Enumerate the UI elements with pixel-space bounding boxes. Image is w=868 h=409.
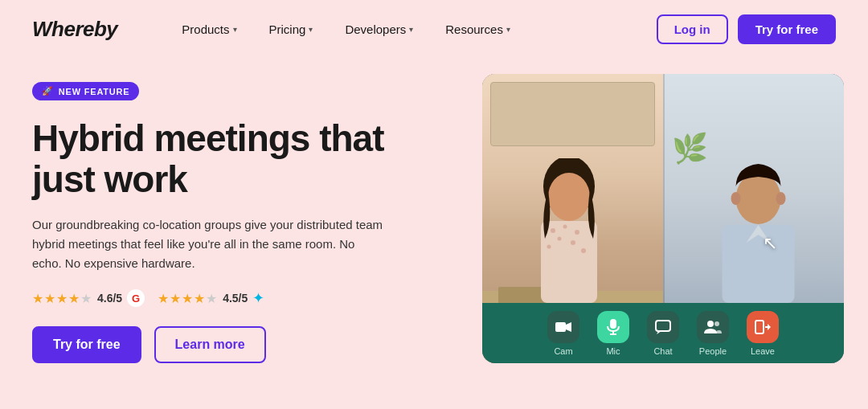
- leave-icon: [747, 311, 779, 343]
- svg-point-13: [731, 192, 740, 205]
- svg-point-5: [575, 230, 579, 235]
- logo[interactable]: Whereby: [32, 17, 117, 42]
- cam-label: Cam: [554, 346, 572, 356]
- svg-rect-17: [610, 319, 616, 329]
- svg-rect-15: [555, 322, 566, 332]
- chat-control[interactable]: Chat: [643, 311, 683, 356]
- leave-label: Leave: [751, 346, 775, 356]
- try-for-free-button[interactable]: Try for free: [738, 14, 836, 44]
- cursor-icon: ↖: [763, 233, 777, 254]
- rating-score-g2: 4.6/5: [97, 292, 122, 305]
- cam-control[interactable]: Cam: [543, 311, 583, 356]
- nav-links: Products ▾ Pricing ▾ Developers ▾ Resour…: [166, 16, 656, 43]
- leave-svg: [755, 320, 771, 334]
- rating-capterra: ★★★★★ 4.5/5 ✦: [158, 289, 264, 307]
- svg-rect-24: [755, 321, 764, 333]
- main-content: 🚀 NEW FEATURE Hybrid meetings that just …: [0, 58, 868, 363]
- svg-point-8: [547, 245, 551, 249]
- svg-rect-2: [541, 221, 597, 303]
- hero-title: Hybrid meetings that just work: [32, 118, 434, 199]
- rating-score-capterra: 4.5/5: [223, 292, 248, 305]
- nav-actions: Log in Try for free: [657, 14, 836, 44]
- leave-control[interactable]: Leave: [743, 311, 783, 356]
- kitchen-cabinet: [490, 82, 655, 146]
- cta-buttons: Try for free Learn more: [32, 326, 434, 363]
- svg-point-3: [551, 228, 555, 233]
- cam-icon: [547, 311, 579, 343]
- star-rating-capterra: ★★★★★: [158, 291, 218, 306]
- chevron-down-icon: ▾: [309, 25, 313, 34]
- chat-svg: [655, 320, 671, 334]
- controls-bar: Cam Mic: [482, 303, 844, 363]
- people-control[interactable]: People: [693, 311, 733, 356]
- rating-g2: ★★★★★ 4.6/5 G: [32, 289, 145, 307]
- mic-icon: [597, 311, 629, 343]
- g2-logo: G: [127, 289, 145, 307]
- svg-rect-10: [722, 225, 794, 303]
- svg-point-9: [581, 248, 586, 253]
- plant-icon: 🌿: [672, 132, 708, 166]
- svg-point-12: [735, 173, 780, 224]
- rocket-icon: 🚀: [42, 86, 54, 96]
- video-container: 🌿: [482, 74, 844, 363]
- video-divider: [663, 74, 665, 303]
- mic-label: Mic: [606, 346, 620, 356]
- hero-description: Our groundbreaking co-location groups gi…: [32, 215, 386, 273]
- hero-left: 🚀 NEW FEATURE Hybrid meetings that just …: [32, 74, 434, 363]
- camera-svg: [555, 321, 571, 333]
- svg-point-1: [548, 173, 590, 221]
- new-feature-badge: 🚀 NEW FEATURE: [32, 82, 139, 100]
- svg-marker-26: [768, 324, 771, 330]
- svg-marker-16: [566, 322, 571, 332]
- capterra-icon: ✦: [252, 289, 264, 307]
- try-for-free-cta-button[interactable]: Try for free: [32, 326, 141, 363]
- ratings-row: ★★★★★ 4.6/5 G ★★★★★ 4.5/5 ✦: [32, 289, 434, 307]
- man-figure: [714, 154, 802, 303]
- svg-point-22: [707, 321, 714, 327]
- svg-point-7: [571, 240, 575, 245]
- nav-item-resources[interactable]: Resources ▾: [429, 16, 526, 43]
- svg-point-6: [557, 237, 561, 241]
- mic-control[interactable]: Mic: [593, 311, 633, 356]
- nav-item-developers[interactable]: Developers ▾: [329, 16, 429, 43]
- login-button[interactable]: Log in: [657, 14, 728, 44]
- mic-svg: [607, 319, 620, 335]
- chevron-down-icon: ▾: [409, 25, 413, 34]
- people-icon: [697, 311, 729, 343]
- nav-item-pricing[interactable]: Pricing ▾: [253, 16, 330, 43]
- people-svg: [704, 320, 722, 334]
- people-label: People: [699, 346, 727, 356]
- chat-label: Chat: [653, 346, 672, 356]
- chevron-down-icon: ▾: [233, 25, 237, 34]
- chevron-down-icon: ▾: [506, 25, 510, 34]
- svg-rect-20: [656, 321, 670, 331]
- video-preview: 🌿: [482, 74, 844, 363]
- svg-point-23: [714, 321, 719, 326]
- navbar: Whereby Products ▾ Pricing ▾ Developers …: [0, 0, 868, 58]
- chat-icon: [647, 311, 679, 343]
- svg-point-14: [776, 192, 785, 205]
- woman-figure: [529, 158, 609, 303]
- svg-point-4: [563, 225, 567, 229]
- nav-item-products[interactable]: Products ▾: [166, 16, 252, 43]
- learn-more-button[interactable]: Learn more: [154, 326, 266, 363]
- star-rating-g2: ★★★★★: [32, 291, 92, 306]
